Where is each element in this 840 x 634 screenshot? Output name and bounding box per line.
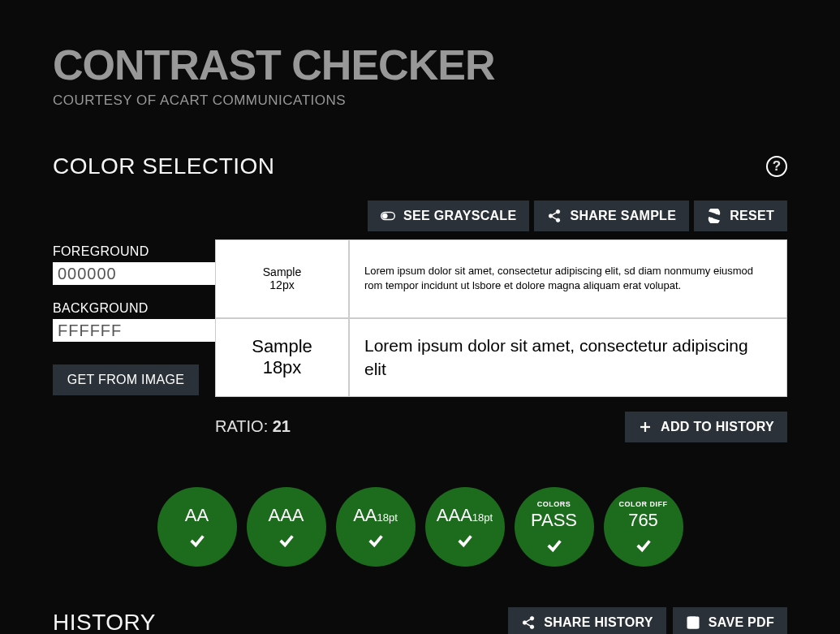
add-to-history-label: ADD TO HISTORY	[661, 420, 774, 434]
badge-color-diff: COLOR DIFF 765	[604, 487, 683, 567]
svg-point-2	[549, 214, 554, 218]
see-grayscale-label: SEE GRAYSCALE	[403, 209, 516, 223]
badge-diff-pre: COLOR DIFF	[619, 500, 668, 508]
ratio-label: RATIO:	[215, 417, 273, 435]
svg-point-10	[530, 616, 534, 620]
check-icon	[188, 531, 206, 549]
reset-label: RESET	[730, 209, 774, 223]
plus-icon	[638, 420, 653, 434]
save-pdf-button[interactable]: SAVE PDF	[673, 607, 787, 634]
sample-12-label-2: 12px	[269, 278, 294, 291]
badge-aaa-label: AAA	[268, 505, 304, 526]
background-label: BACKGROUND	[53, 301, 199, 316]
svg-point-1	[382, 213, 387, 218]
sample-18-label-1: Sample	[252, 336, 312, 357]
sample-18-label-cell: Sample 18px	[215, 318, 349, 397]
badge-colors-pre: COLORS	[537, 500, 571, 508]
badge-aa-18pt: AA18pt	[336, 487, 416, 567]
badge-aaa: AAA	[247, 487, 326, 567]
svg-rect-16	[689, 623, 696, 628]
sample-18-label-2: 18px	[263, 357, 302, 378]
share-history-label: SHARE HISTORY	[544, 615, 653, 630]
sample-12-text: Lorem ipsum dolor sit amet, consectetur …	[364, 264, 772, 293]
svg-line-12	[527, 619, 531, 621]
sample-18-text: Lorem ipsum dolor sit amet, consectetur …	[364, 334, 772, 382]
badge-diff-main: 765	[628, 510, 658, 531]
save-icon	[686, 615, 700, 630]
page-title: CONTRAST CHECKER	[53, 41, 787, 89]
sample-12-text-cell: Lorem ipsum dolor sit amet, consectetur …	[349, 239, 787, 318]
badge-aa18-label: AA18pt	[353, 505, 398, 526]
badge-colors: COLORS PASS	[515, 487, 594, 567]
color-selection-heading: COLOR SELECTION	[53, 153, 275, 179]
help-icon[interactable]: ?	[766, 156, 787, 177]
svg-point-11	[530, 625, 534, 629]
see-grayscale-button[interactable]: SEE GRAYSCALE	[368, 201, 529, 231]
toolbar: SEE GRAYSCALE SHARE SAMPLE RESET	[53, 201, 787, 231]
share-sample-button[interactable]: SHARE SAMPLE	[534, 201, 689, 231]
foreground-label: FOREGROUND	[53, 244, 199, 259]
badge-colors-main: PASS	[531, 510, 577, 531]
reset-icon	[707, 209, 722, 223]
sample-preview: Sample 12px Lorem ipsum dolor sit amet, …	[215, 239, 787, 397]
check-icon	[367, 531, 385, 549]
svg-line-6	[553, 217, 557, 219]
reset-button[interactable]: RESET	[694, 201, 787, 231]
share-history-button[interactable]: SHARE HISTORY	[508, 607, 666, 634]
svg-point-9	[523, 620, 527, 624]
svg-line-5	[553, 213, 557, 215]
sample-12-label-1: Sample	[263, 265, 301, 278]
history-heading: HISTORY	[53, 610, 156, 634]
toggle-icon	[381, 209, 395, 223]
save-pdf-label: SAVE PDF	[709, 615, 774, 630]
svg-line-13	[527, 623, 531, 626]
svg-point-4	[557, 218, 561, 222]
sample-12-label-cell: Sample 12px	[215, 239, 349, 318]
badge-aa-label: AA	[185, 505, 209, 526]
share-sample-label: SHARE SAMPLE	[570, 209, 676, 223]
share-icon	[521, 615, 536, 630]
get-from-image-label: GET FROM IMAGE	[67, 373, 184, 387]
check-icon	[635, 536, 653, 554]
result-badges: AA AAA AA18pt AAA18pt COLORS PASS COLOR …	[53, 487, 787, 567]
page-subtitle: COURTESY OF ACART COMMUNICATIONS	[53, 93, 787, 109]
badge-aa: AA	[157, 487, 237, 567]
add-to-history-button[interactable]: ADD TO HISTORY	[625, 412, 787, 442]
sample-18-text-cell: Lorem ipsum dolor sit amet, consectetur …	[349, 318, 787, 397]
check-icon	[545, 536, 563, 554]
badge-aaa18-label: AAA18pt	[437, 505, 493, 526]
color-inputs-panel: FOREGROUND BACKGROUND GET FROM IMAGE	[53, 239, 199, 442]
svg-point-3	[557, 210, 561, 214]
check-icon	[278, 531, 295, 549]
badge-aaa-18pt: AAA18pt	[425, 487, 505, 567]
ratio-display: RATIO: 21	[215, 417, 291, 436]
svg-rect-15	[690, 617, 695, 621]
share-icon	[547, 209, 562, 223]
check-icon	[456, 531, 474, 549]
ratio-value: 21	[273, 417, 291, 435]
get-from-image-button[interactable]: GET FROM IMAGE	[53, 364, 199, 395]
